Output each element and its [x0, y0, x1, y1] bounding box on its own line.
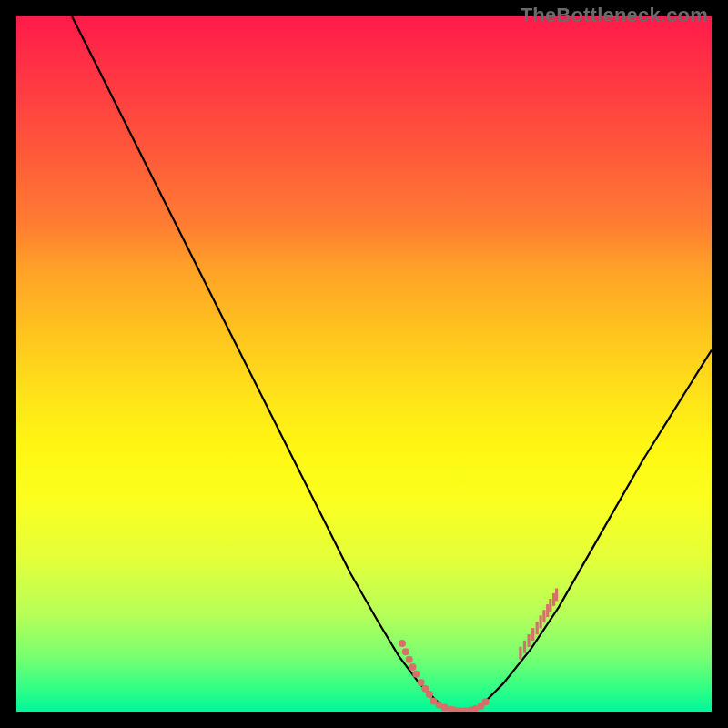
chart-frame: TheBottleneck.com	[0, 0, 728, 728]
chart-svg	[16, 16, 712, 712]
svg-rect-28	[552, 593, 555, 606]
svg-rect-19	[519, 647, 521, 660]
svg-rect-25	[542, 610, 545, 622]
svg-rect-23	[536, 622, 539, 634]
svg-point-7	[426, 691, 433, 698]
highlight-points-right	[519, 589, 558, 660]
svg-point-5	[418, 679, 425, 686]
svg-rect-29	[555, 589, 558, 602]
highlight-points-bottom	[430, 698, 489, 713]
plot-area	[16, 16, 712, 712]
highlight-points-left	[399, 640, 433, 698]
svg-point-0	[399, 640, 406, 647]
svg-point-4	[412, 671, 420, 678]
svg-rect-24	[540, 615, 542, 628]
svg-point-3	[410, 663, 417, 671]
svg-point-18	[482, 698, 490, 705]
svg-point-1	[402, 648, 410, 655]
svg-rect-26	[546, 604, 549, 617]
watermark-text: TheBottleneck.com	[521, 4, 708, 27]
svg-rect-22	[531, 628, 534, 641]
svg-rect-20	[523, 641, 526, 653]
svg-point-2	[406, 656, 413, 663]
bottleneck-curve	[72, 16, 712, 712]
svg-rect-21	[528, 634, 531, 647]
svg-point-10	[441, 703, 449, 711]
svg-rect-27	[549, 599, 551, 612]
